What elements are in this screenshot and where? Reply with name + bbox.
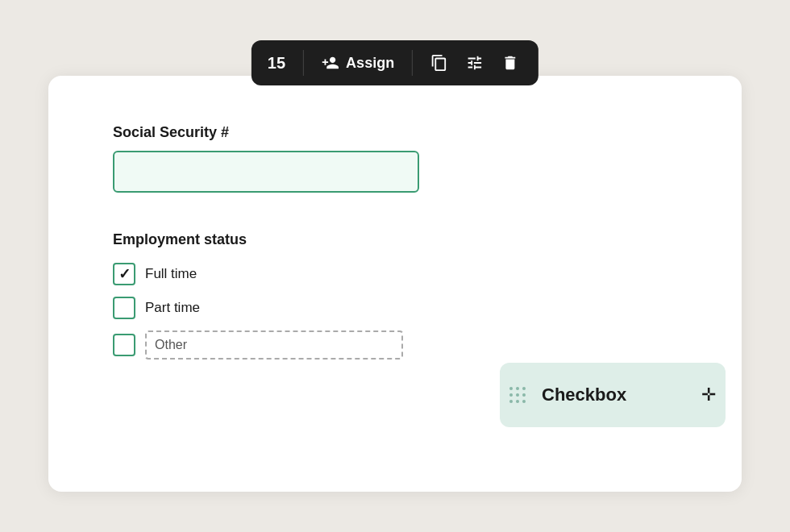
employment-section: Employment status Full time Part time Ot… [113, 231, 677, 360]
ssn-field-group: Social Security # [113, 124, 677, 193]
toolbar-divider [303, 50, 304, 76]
toolbar-divider-2 [412, 50, 413, 76]
checkbox-fulltime[interactable] [113, 263, 135, 285]
toolbar: 15 Assign [252, 40, 538, 85]
move-icon[interactable]: ✛ [701, 384, 716, 405]
main-card: Social Security # Employment status Full… [48, 76, 742, 492]
ssn-input[interactable] [113, 151, 419, 193]
badge-title: Checkbox [542, 384, 713, 405]
checkbox-list: Full time Part time Other [113, 263, 677, 360]
employment-label: Employment status [113, 231, 677, 248]
other-input[interactable]: Other [145, 330, 403, 360]
checkbox-fulltime-label: Full time [145, 266, 197, 282]
copy-button[interactable] [427, 51, 451, 75]
assign-button[interactable]: Assign [307, 54, 409, 72]
filter-button[interactable] [463, 51, 487, 75]
toolbar-number: 15 [268, 54, 300, 73]
outer-wrapper: 15 Assign [48, 40, 742, 492]
ssn-label: Social Security # [113, 124, 677, 141]
checkbox-parttime[interactable] [113, 297, 135, 319]
checkbox-other[interactable] [113, 334, 135, 356]
checkbox-item-parttime: Part time [113, 297, 677, 319]
badge-grip[interactable] [500, 363, 535, 427]
other-input-text: Other [155, 338, 187, 352]
badge-content: Checkbox ✛ [535, 376, 726, 414]
checkbox-item-fulltime: Full time [113, 263, 677, 285]
checkbox-parttime-label: Part time [145, 300, 200, 316]
checkbox-badge: Checkbox ✛ [500, 363, 726, 427]
checkbox-item-other: Other [113, 330, 677, 360]
assign-person-icon [322, 54, 339, 72]
delete-button[interactable] [498, 51, 522, 75]
drag-handle-icon [509, 387, 526, 404]
assign-label: Assign [346, 55, 394, 72]
toolbar-actions [416, 51, 522, 75]
